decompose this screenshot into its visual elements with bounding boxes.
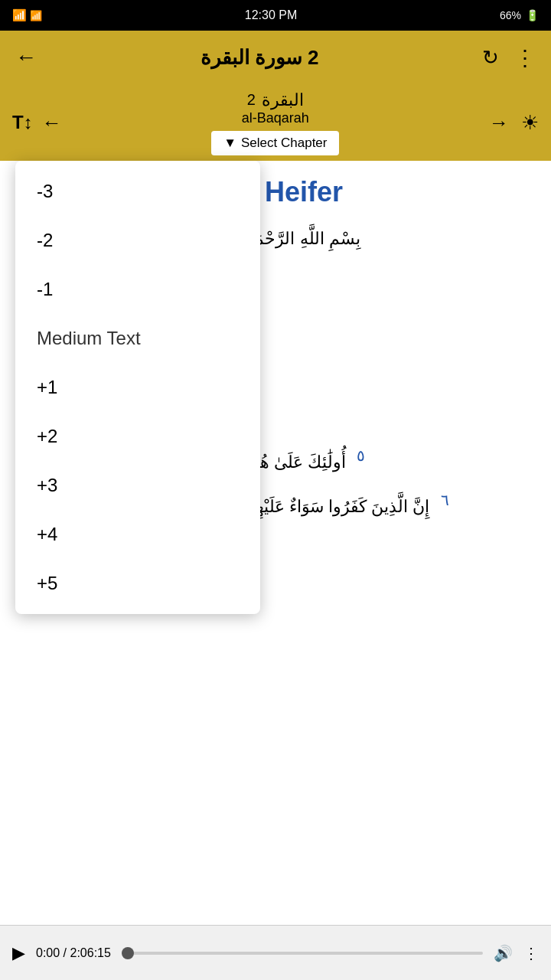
prev-chapter-button[interactable]: ← bbox=[42, 111, 62, 135]
audio-more-button[interactable]: ⋮ bbox=[523, 944, 539, 962]
status-time: 12:30 PM bbox=[245, 8, 297, 22]
progress-bar[interactable] bbox=[122, 952, 483, 955]
signal-indicator: 📶 📶 bbox=[12, 8, 42, 22]
time-display: 0:00 / 2:06:15 bbox=[36, 946, 111, 960]
toolbar-right: → ☀ bbox=[489, 111, 539, 135]
refresh-button[interactable]: ↻ bbox=[482, 46, 499, 70]
font-size-plus3[interactable]: +3 bbox=[15, 461, 260, 510]
font-size-medium[interactable]: Medium Text bbox=[15, 314, 260, 363]
next-chapter-button[interactable]: → bbox=[489, 111, 509, 135]
app-bar: ← 2 سورة البقرة ↻ ⋮ bbox=[0, 31, 551, 84]
play-button[interactable]: ▶ bbox=[12, 943, 25, 963]
font-size-plus4[interactable]: +4 bbox=[15, 510, 260, 559]
progress-indicator bbox=[122, 947, 134, 959]
app-title: 2 سورة البقرة bbox=[201, 46, 319, 70]
select-chapter-button[interactable]: ▼ Select Chapter bbox=[211, 131, 339, 155]
app-bar-icons: ↻ ⋮ bbox=[482, 45, 536, 70]
toolbar-center: 2 البقرة al-Baqarah ▼ Select Chapter bbox=[211, 90, 339, 155]
back-button[interactable]: ← bbox=[15, 45, 37, 70]
ayah-number-5: ٥ bbox=[352, 446, 370, 465]
font-size-minus2[interactable]: -2 bbox=[15, 216, 260, 265]
ayah-number-6: ٦ bbox=[435, 491, 454, 509]
battery-percentage: 66% bbox=[500, 9, 521, 21]
font-size-minus1[interactable]: -1 bbox=[15, 265, 260, 314]
surah-transliteration: al-Baqarah bbox=[242, 110, 309, 126]
signal-bars: 📶 bbox=[12, 8, 27, 22]
total-time: 2:06:15 bbox=[70, 946, 110, 959]
battery-icon: 🔋 bbox=[526, 9, 539, 21]
font-size-plus5[interactable]: +5 bbox=[15, 559, 260, 608]
wifi-icon: 📶 bbox=[30, 10, 42, 21]
dropdown-arrow-icon: ▼ bbox=[223, 136, 236, 151]
font-size-minus3[interactable]: -3 bbox=[15, 167, 260, 216]
battery-status: 66% 🔋 bbox=[500, 9, 539, 21]
toolbar-container: T↕ ← 2 البقرة al-Baqarah ▼ Select Chapte… bbox=[0, 84, 551, 161]
brightness-button[interactable]: ☀ bbox=[521, 111, 539, 135]
more-options-button[interactable]: ⋮ bbox=[514, 45, 536, 70]
volume-button[interactable]: 🔊 bbox=[494, 944, 513, 962]
surah-number: 2 bbox=[247, 91, 256, 109]
font-size-plus1[interactable]: +1 bbox=[15, 363, 260, 412]
select-chapter-label: Select Chapter bbox=[241, 136, 327, 151]
audio-player: ▶ 0:00 / 2:06:15 🔊 ⋮ bbox=[0, 925, 551, 980]
font-size-plus2[interactable]: +2 bbox=[15, 412, 260, 461]
status-bar: 📶 📶 12:30 PM 66% 🔋 bbox=[0, 0, 551, 31]
dropdown-menu: -3 -2 -1 Medium Text +1 +2 +3 +4 +5 bbox=[15, 161, 260, 614]
surah-info: 2 البقرة al-Baqarah bbox=[242, 90, 309, 126]
toolbar: T↕ ← 2 البقرة al-Baqarah ▼ Select Chapte… bbox=[0, 84, 551, 161]
current-time: 0:00 bbox=[36, 946, 60, 959]
surah-arabic: البقرة bbox=[262, 90, 304, 110]
font-size-icon[interactable]: T↕ bbox=[12, 112, 33, 133]
toolbar-left: T↕ ← bbox=[12, 111, 62, 135]
